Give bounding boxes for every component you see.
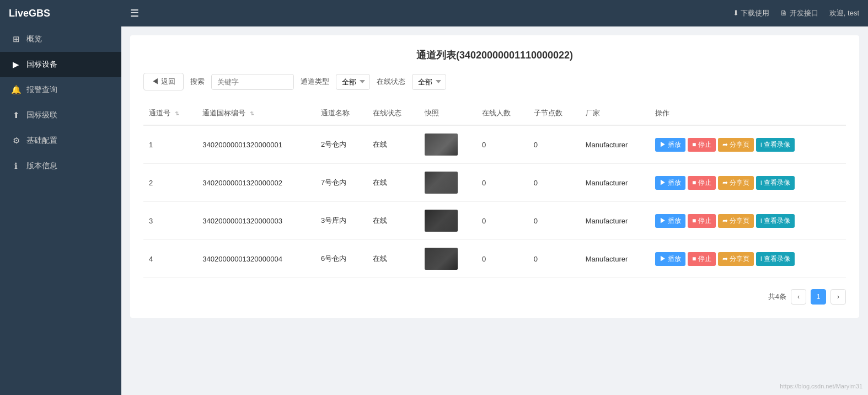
col-manufacturer: 厂家: [580, 102, 650, 125]
sort-icon: ⇅: [250, 110, 254, 116]
cell-channel-name: 6号仓内: [315, 240, 367, 278]
cell-channel-name: 7号仓内: [315, 164, 367, 202]
back-button[interactable]: ◀ 返回: [143, 73, 184, 90]
cell-online-count: 0: [476, 202, 528, 240]
channel-type-select[interactable]: 全部: [336, 74, 370, 90]
cell-online-count: 0: [476, 164, 528, 202]
pagination-total: 共4条: [768, 292, 786, 302]
play-button[interactable]: ▶ 播放: [655, 252, 685, 266]
stop-button[interactable]: ■ 停止: [688, 138, 716, 152]
sidebar-item-alarm[interactable]: 🔔 报警查询: [0, 77, 121, 103]
cell-actions: ▶ 播放 ■ 停止 ➦ 分享页 i 查看录像: [650, 202, 846, 240]
cell-manufacturer: Manufacturer: [580, 240, 650, 278]
online-status-select[interactable]: 全部: [412, 74, 446, 90]
col-child-nodes: 子节点数: [528, 102, 580, 125]
main-content: 通道列表(34020000001110000022) ◀ 返回 搜索 通道类型 …: [121, 26, 868, 395]
cell-manufacturer: Manufacturer: [580, 202, 650, 240]
record-button[interactable]: i 查看录像: [756, 252, 795, 266]
sidebar-item-gb-device[interactable]: ▶ 国标设备: [0, 52, 121, 77]
col-channel-no: 通道号 ⇅: [143, 102, 197, 125]
page-1-button[interactable]: 1: [811, 289, 826, 305]
table-row: 4 34020000001320000004 6号仓内 在线 0 0 Manuf…: [143, 240, 846, 278]
sidebar: ⊞ 概览 ▶ 国标设备 🔔 报警查询 ⬆ 国标级联 ⚙ 基础配置 ℹ 版本信息: [0, 26, 121, 395]
record-button[interactable]: i 查看录像: [756, 138, 795, 152]
cell-snapshot: [419, 164, 476, 202]
share-button[interactable]: ➦ 分享页: [718, 138, 754, 152]
record-button[interactable]: i 查看录像: [756, 214, 795, 228]
sidebar-item-label: 版本信息: [26, 161, 57, 171]
cell-manufacturer: Manufacturer: [580, 164, 650, 202]
menu-toggle-icon[interactable]: ☰: [130, 7, 139, 19]
search-label: 搜索: [190, 77, 205, 87]
header: LiveGBS ☰ ⬇ 下载使用 🗎 开发接口 欢迎, test: [0, 0, 868, 26]
page-title: 通道列表(34020000001110000022): [143, 49, 846, 62]
cell-snapshot: [419, 240, 476, 278]
sidebar-item-version[interactable]: ℹ 版本信息: [0, 153, 121, 179]
cell-child-nodes: 0: [528, 202, 580, 240]
sidebar-item-label: 国标设备: [26, 60, 57, 70]
table-row: 1 34020000001320000001 2号仓内 在线 0 0 Manuf…: [143, 125, 846, 164]
sort-icon: ⇅: [175, 110, 179, 116]
cell-online-count: 0: [476, 240, 528, 278]
cell-gb-code: 34020000001320000003: [197, 202, 315, 240]
camera-icon: ▶: [11, 60, 21, 70]
cell-child-nodes: 0: [528, 164, 580, 202]
cell-online-status: 在线: [367, 240, 419, 278]
thumbnail-image: [425, 248, 458, 270]
download-link[interactable]: ⬇ 下载使用: [733, 8, 770, 18]
layout: ⊞ 概览 ▶ 国标设备 🔔 报警查询 ⬆ 国标级联 ⚙ 基础配置 ℹ 版本信息 …: [0, 26, 868, 395]
header-actions: ⬇ 下载使用 🗎 开发接口 欢迎, test: [733, 8, 859, 18]
sidebar-item-overview[interactable]: ⊞ 概览: [0, 26, 121, 52]
info-icon: ℹ: [11, 161, 21, 171]
cell-channel-no: 3: [143, 202, 197, 240]
thumbnail-image: [425, 210, 458, 232]
sidebar-item-label: 基础配置: [26, 136, 57, 146]
col-online-count: 在线人数: [476, 102, 528, 125]
cell-actions: ▶ 播放 ■ 停止 ➦ 分享页 i 查看录像: [650, 164, 846, 202]
col-channel-name: 通道名称: [315, 102, 367, 125]
cell-channel-no: 1: [143, 125, 197, 164]
grid-icon: ⊞: [11, 34, 21, 44]
cell-actions: ▶ 播放 ■ 停止 ➦ 分享页 i 查看录像: [650, 125, 846, 164]
cell-channel-name: 3号库内: [315, 202, 367, 240]
api-link[interactable]: 🗎 开发接口: [780, 8, 818, 18]
share-button[interactable]: ➦ 分享页: [718, 214, 754, 228]
cell-online-status: 在线: [367, 202, 419, 240]
sidebar-item-gb-cascade[interactable]: ⬆ 国标级联: [0, 103, 121, 128]
record-button[interactable]: i 查看录像: [756, 176, 795, 190]
play-button[interactable]: ▶ 播放: [655, 176, 685, 190]
share-button[interactable]: ➦ 分享页: [718, 176, 754, 190]
cell-manufacturer: Manufacturer: [580, 125, 650, 164]
cell-online-status: 在线: [367, 125, 419, 164]
welcome-text: 欢迎, test: [829, 8, 859, 18]
cell-channel-no: 2: [143, 164, 197, 202]
play-button[interactable]: ▶ 播放: [655, 138, 685, 152]
cell-snapshot: [419, 202, 476, 240]
cell-child-nodes: 0: [528, 240, 580, 278]
thumbnail-image: [425, 134, 458, 156]
pagination: 共4条 ‹ 1 ›: [143, 289, 846, 305]
cell-online-count: 0: [476, 125, 528, 164]
next-page-button[interactable]: ›: [831, 289, 846, 305]
col-snapshot: 快照: [419, 102, 476, 125]
channel-type-label: 通道类型: [301, 77, 329, 87]
search-input[interactable]: [211, 74, 294, 90]
content-card: 通道列表(34020000001110000022) ◀ 返回 搜索 通道类型 …: [130, 35, 859, 318]
cell-gb-code: 34020000001320000001: [197, 125, 315, 164]
cell-online-status: 在线: [367, 164, 419, 202]
sidebar-item-basic-config[interactable]: ⚙ 基础配置: [0, 128, 121, 153]
cell-channel-no: 4: [143, 240, 197, 278]
stop-button[interactable]: ■ 停止: [688, 252, 716, 266]
play-button[interactable]: ▶ 播放: [655, 214, 685, 228]
cell-actions: ▶ 播放 ■ 停止 ➦ 分享页 i 查看录像: [650, 240, 846, 278]
stop-button[interactable]: ■ 停止: [688, 214, 716, 228]
cell-gb-code: 34020000001320000002: [197, 164, 315, 202]
stop-button[interactable]: ■ 停止: [688, 176, 716, 190]
col-actions: 操作: [650, 102, 846, 125]
cell-child-nodes: 0: [528, 125, 580, 164]
share-button[interactable]: ➦ 分享页: [718, 252, 754, 266]
prev-page-button[interactable]: ‹: [791, 289, 806, 305]
sidebar-item-label: 报警查询: [26, 85, 57, 95]
sidebar-item-label: 国标级联: [26, 110, 57, 120]
bell-icon: 🔔: [11, 85, 21, 95]
